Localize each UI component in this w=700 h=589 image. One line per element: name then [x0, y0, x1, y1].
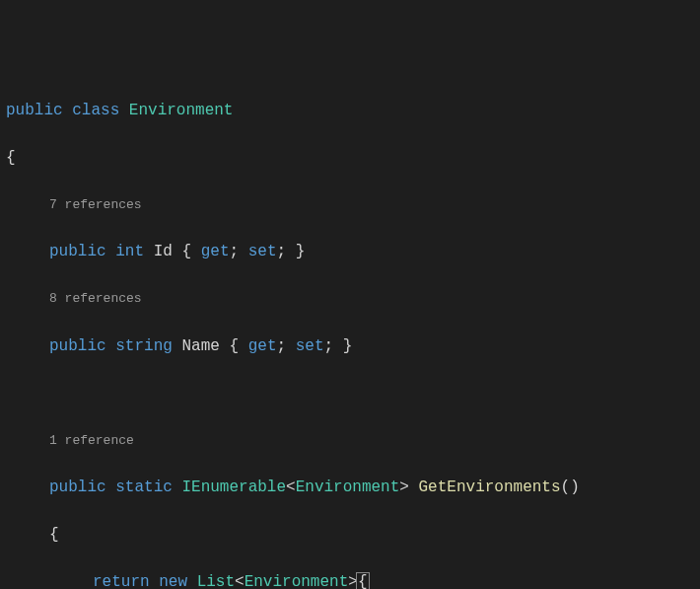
method-signature: public static IEnumerable<Environment> G… — [6, 476, 694, 499]
keyword-public: public — [6, 102, 63, 119]
return-statement: return new List<Environment>{ — [6, 570, 694, 589]
keyword-class: class — [72, 102, 119, 119]
brace-open: { — [6, 146, 694, 170]
matching-brace-highlight: { — [356, 572, 370, 589]
blank-line — [6, 382, 694, 405]
codelens-name[interactable]: 8 references — [6, 287, 694, 310]
property-name: public string Name { get; set; } — [6, 334, 694, 358]
codelens-method[interactable]: 1 reference — [6, 429, 694, 452]
property-id: public int Id { get; set; } — [6, 240, 694, 263]
class-name: Environment — [129, 102, 234, 119]
code-line-class-decl: public class Environment — [6, 99, 694, 122]
codelens-id[interactable]: 7 references — [6, 193, 694, 216]
method-brace-open: { — [6, 523, 694, 547]
